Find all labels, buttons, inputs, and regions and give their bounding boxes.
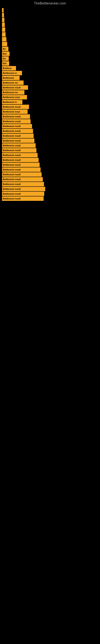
bar-row: Bottleneck — [2, 76, 100, 80]
bar-row: Bot — [2, 52, 100, 56]
bar-item — [2, 22, 5, 27]
bars-container: BoBotBoBotBottleneBottleneck reBottlenec… — [0, 6, 100, 201]
bar-item: Bottleneck result — [2, 162, 40, 167]
bar-item — [2, 8, 3, 12]
bar-row: Bottleneck result — [2, 192, 100, 196]
bar-item: Bot — [2, 61, 9, 66]
bar-item: Bottleneck res — [2, 90, 24, 94]
bar-row: Bottleneck result — [2, 148, 100, 152]
bar-item: Bottleneck result — [2, 158, 39, 162]
bar-item: Bottleneck result — [2, 153, 38, 158]
bar-row: Bottleneck result — [2, 114, 100, 119]
bar-row: Bottleneck result — [2, 129, 100, 133]
bar-item: Bottleneck result — [2, 129, 33, 133]
bar-item — [2, 18, 4, 22]
bar-item: Bottleneck resul — [2, 95, 27, 100]
bar-row — [2, 27, 100, 32]
bar-row: Bottleneck result — [2, 162, 100, 167]
bar-row — [2, 13, 100, 17]
bar-row: Bottleneck result — [2, 138, 100, 143]
bar-row: Bottleneck res — [2, 90, 100, 94]
bar-row — [2, 8, 100, 12]
bar-item: Bottleneck — [2, 76, 20, 80]
bar-item — [2, 32, 6, 37]
bar-row: Bottleneck result — [2, 119, 100, 124]
bar-row: Bottleneck res — [2, 80, 100, 85]
bar-row: Bo — [2, 47, 100, 51]
bar-row: Bottleneck re — [2, 100, 100, 104]
bar-item: Bottleneck result — [2, 177, 43, 182]
bar-item: Bottlene — [2, 66, 16, 70]
bar-row: Bottleneck result — [2, 85, 100, 90]
bar-item: Bottleneck re — [2, 100, 22, 104]
bar-item: Bottleneck result — [2, 182, 44, 186]
bar-row — [2, 22, 100, 27]
bar-item: Bottleneck result — [2, 148, 36, 152]
bar-row: Bottlene — [2, 66, 100, 70]
bar-row: Bottleneck result — [2, 158, 100, 162]
bar-row: Bottleneck result — [2, 187, 100, 191]
bar-row: Bottleneck result — [2, 134, 100, 138]
bar-row: Bottleneck result — [2, 172, 100, 177]
bar-item: Bottleneck result — [2, 105, 29, 109]
bar-item: Bottleneck result — [2, 85, 28, 90]
bar-item: Bottleneck result — [2, 134, 34, 138]
bar-item — [2, 37, 6, 42]
bar-row: Bottleneck result — [2, 153, 100, 158]
bar-item: Bottleneck result — [2, 119, 31, 124]
bar-row — [2, 18, 100, 22]
bar-row: Bottleneck result — [2, 196, 100, 201]
bar-row: Bottleneck result — [2, 168, 100, 172]
bar-item: Bottleneck result — [2, 143, 36, 148]
bar-item: Bottleneck result — [2, 138, 34, 143]
bar-row: Bo — [2, 56, 100, 61]
bar-row: Bottleneck re — [2, 71, 100, 75]
bar-item: Bottleneck result — [2, 192, 44, 196]
bar-item — [2, 42, 7, 46]
bar-item: Bo — [2, 47, 8, 51]
bar-row: Bottleneck resul — [2, 95, 100, 100]
bar-item: Bottleneck result — [2, 196, 44, 201]
bar-item: Bottleneck result — [2, 187, 45, 191]
bar-row: Bottleneck resul — [2, 110, 100, 114]
bar-row — [2, 32, 100, 37]
bar-row: Bottleneck result — [2, 143, 100, 148]
bar-row: Bottleneck result — [2, 124, 100, 128]
bar-item: Bot — [2, 52, 10, 56]
bar-item: Bo — [2, 56, 9, 61]
bar-row: Bottleneck result — [2, 105, 100, 109]
bar-item: Bottleneck re — [2, 71, 22, 75]
bar-row: Bottleneck result — [2, 182, 100, 186]
bar-item: Bottleneck result — [2, 114, 30, 119]
bar-row: Bottleneck result — [2, 177, 100, 182]
site-title: TheBottlenecker.com — [0, 0, 100, 6]
bar-item: Bottleneck res — [2, 80, 24, 85]
bar-row — [2, 37, 100, 42]
bar-item — [2, 27, 5, 32]
bar-item: Bottleneck result — [2, 168, 41, 172]
bar-item: Bottleneck result — [2, 172, 42, 177]
bar-item: Bottleneck result — [2, 124, 32, 128]
bar-item — [2, 13, 4, 17]
bar-row — [2, 42, 100, 46]
bar-item: Bottleneck resul — [2, 110, 28, 114]
bar-row: Bot — [2, 61, 100, 66]
